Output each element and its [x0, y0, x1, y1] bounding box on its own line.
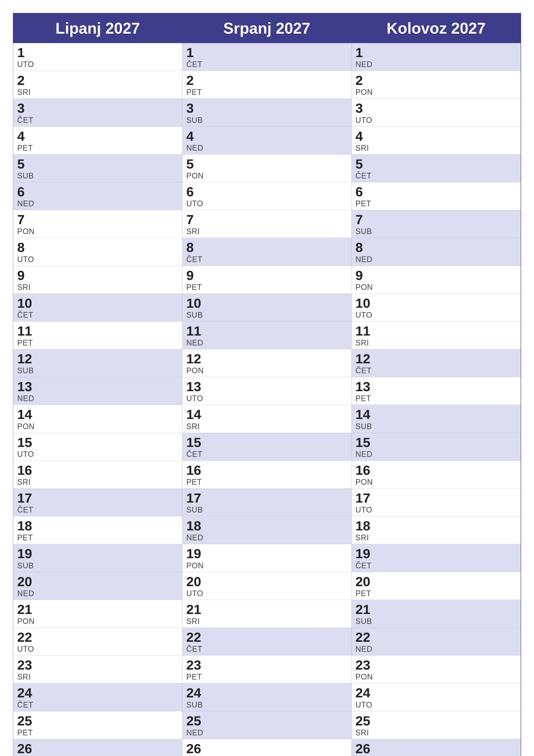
day-name: SUB — [17, 366, 178, 375]
day-name: SRI — [17, 672, 178, 682]
day-name: NED — [17, 589, 178, 598]
day-number: 14 — [186, 407, 347, 422]
day-row: 25SRI — [352, 712, 521, 739]
day-name: UTO — [17, 255, 178, 264]
day-number: 17 — [17, 491, 178, 505]
day-row: 21SRI — [182, 600, 351, 628]
day-number: 10 — [186, 296, 347, 310]
day-name: SUB — [17, 561, 178, 570]
day-row: 21PON — [13, 600, 182, 628]
day-name: PON — [355, 672, 517, 682]
day-row: 1UTO — [13, 43, 182, 71]
day-number: 1 — [355, 45, 517, 60]
day-row: 10SUB — [182, 294, 351, 322]
day-name: NED — [355, 60, 517, 69]
day-number: 3 — [17, 101, 178, 116]
day-name: NED — [186, 144, 347, 152]
day-number: 18 — [17, 519, 178, 533]
day-name: NED — [355, 645, 517, 654]
day-name: PET — [355, 199, 517, 208]
day-name: UTO — [17, 450, 178, 459]
day-name: NED — [355, 255, 517, 264]
day-number: 24 — [355, 686, 517, 700]
day-name: SUB — [186, 700, 347, 710]
day-row: 20NED — [13, 572, 182, 600]
day-row: 11NED — [182, 322, 351, 349]
day-number: 8 — [186, 240, 347, 255]
day-row: 3ČET — [13, 99, 182, 126]
day-row: 26SUB — [13, 739, 182, 756]
day-row: 8NED — [352, 238, 521, 266]
day-name: PON — [17, 422, 178, 431]
day-number: 1 — [186, 45, 347, 60]
day-row: 6PET — [352, 182, 521, 210]
day-row: 23SRI — [13, 656, 182, 683]
day-number: 4 — [186, 129, 347, 144]
day-row: 16PON — [352, 461, 521, 489]
day-number: 24 — [17, 686, 178, 700]
day-row: 17ČET — [13, 489, 182, 516]
day-name: SRI — [17, 88, 178, 97]
day-row: 16PET — [182, 461, 351, 489]
day-name: SRI — [355, 533, 517, 542]
day-row: 14PON — [13, 405, 182, 433]
day-number: 23 — [186, 658, 347, 672]
day-row: 18NED — [182, 516, 351, 544]
day-number: 15 — [186, 435, 347, 450]
day-number: 19 — [17, 546, 178, 561]
day-row: 11PET — [13, 322, 182, 349]
day-name: UTO — [355, 116, 517, 125]
month-col-2: 1NED2PON3UTO4SRI5ČET6PET7SUB8NED9PON10UT… — [352, 43, 521, 756]
day-row: 23PON — [352, 656, 521, 683]
day-name: PON — [186, 561, 347, 570]
day-row: 9PON — [352, 266, 521, 294]
day-row: 14SUB — [352, 405, 521, 433]
day-row: 23PET — [182, 656, 351, 683]
day-name: PET — [186, 477, 347, 487]
headers-row: Lipanj 2027Srpanj 2027Kolovoz 2027 — [13, 13, 521, 43]
day-name: PON — [17, 617, 178, 626]
day-number: 21 — [355, 602, 517, 617]
day-name: UTO — [355, 310, 517, 320]
day-name: UTO — [355, 700, 517, 710]
day-row: 26ČET — [352, 739, 521, 756]
day-row: 1ČET — [182, 43, 351, 71]
day-name: PET — [17, 338, 178, 347]
day-number: 12 — [17, 351, 178, 366]
day-name: PET — [186, 283, 347, 292]
day-row: 19PON — [182, 544, 351, 572]
day-name: NED — [355, 450, 517, 459]
day-name: PET — [17, 144, 178, 152]
day-row: 24UTO — [352, 683, 521, 711]
day-number: 17 — [186, 491, 347, 505]
page: Lipanj 2027Srpanj 2027Kolovoz 2027 1UTO2… — [13, 13, 521, 743]
day-name: PET — [355, 394, 517, 403]
calendar-grid: 1UTO2SRI3ČET4PET5SUB6NED7PON8UTO9SRI10ČE… — [13, 43, 521, 756]
day-row: 13NED — [13, 377, 182, 405]
day-number: 7 — [17, 212, 178, 227]
day-number: 2 — [17, 73, 178, 88]
day-name: SUB — [355, 227, 517, 236]
day-number: 3 — [186, 101, 347, 116]
day-row: 18PET — [13, 516, 182, 544]
day-row: 4SRI — [352, 127, 521, 154]
day-number: 14 — [17, 407, 178, 422]
day-name: SUB — [355, 422, 517, 431]
day-row: 1NED — [352, 43, 521, 71]
day-name: PON — [17, 227, 178, 236]
day-number: 25 — [17, 714, 178, 728]
day-name: ČET — [17, 700, 178, 710]
day-number: 6 — [355, 184, 517, 199]
day-number: 19 — [186, 546, 347, 561]
day-number: 16 — [17, 463, 178, 477]
day-name: PON — [355, 88, 517, 97]
day-name: NED — [186, 533, 347, 542]
day-row: 7PON — [13, 210, 182, 238]
day-number: 4 — [355, 129, 517, 144]
day-row: 4PET — [13, 127, 182, 154]
day-number: 9 — [186, 268, 347, 283]
day-name: SUB — [355, 617, 517, 626]
day-name: ČET — [355, 366, 517, 375]
month-col-1: 1ČET2PET3SUB4NED5PON6UTO7SRI8ČET9PET10SU… — [182, 43, 351, 756]
day-number: 5 — [17, 157, 178, 171]
